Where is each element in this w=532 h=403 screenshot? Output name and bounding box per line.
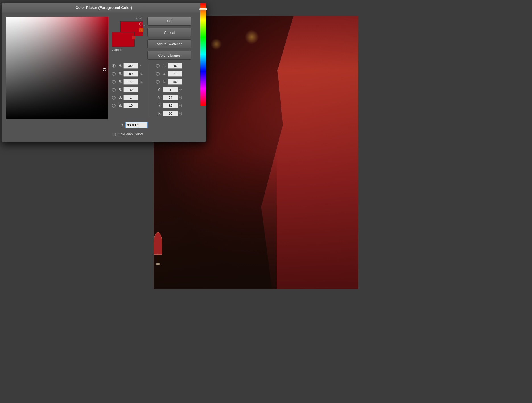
saturation-row: S: % <box>112 71 144 77</box>
blue-radio[interactable] <box>112 104 116 108</box>
k-unit: % <box>179 112 184 115</box>
spectrum-gradient[interactable] <box>6 17 108 119</box>
y-unit: % <box>179 104 184 107</box>
blue-label: B: <box>117 104 122 108</box>
new-label: new <box>136 17 143 20</box>
b-lab-row: b: <box>156 79 184 85</box>
k-label: K: <box>156 112 162 116</box>
a-row: a: <box>156 71 184 77</box>
y-label: Y: <box>156 104 162 108</box>
y-row: Y: % <box>156 102 184 109</box>
hex-row: # <box>112 120 202 129</box>
m-input[interactable] <box>163 95 178 100</box>
hex-label: # <box>122 123 124 127</box>
c-row: C: % <box>156 87 184 93</box>
gamut-alert-icon: ! <box>139 28 143 32</box>
add-to-swatches-button[interactable]: Add to Swatches <box>147 39 191 48</box>
dining-elements <box>154 152 277 289</box>
buttons-column: OK Cancel Add to Swatches Color Librarie… <box>147 17 193 60</box>
l-row: L: <box>156 63 184 69</box>
g-label: G: <box>117 96 122 100</box>
wine-glass-4 <box>154 232 162 266</box>
m-label: M: <box>156 96 162 100</box>
g-input[interactable] <box>123 95 138 100</box>
hue-indicator <box>199 8 207 10</box>
swatch-stack: ⬡ ! <box>112 21 143 47</box>
web-colors-label[interactable]: Only Web Colors <box>118 132 143 136</box>
hue-slider[interactable] <box>200 3 206 106</box>
hex-input[interactable] <box>125 122 148 128</box>
green-row: G: <box>112 94 144 101</box>
swatch-side-icons: ⬡ ! <box>139 22 144 32</box>
swatch-small-indicator <box>132 36 136 39</box>
brightness-radio[interactable] <box>112 80 116 84</box>
inputs-divider <box>150 63 150 117</box>
l-input[interactable] <box>168 63 182 69</box>
color-picker-dialog: Color Picker (Foreground Color) <box>1 3 206 142</box>
web-colors-checkbox[interactable] <box>112 133 116 136</box>
dialog-title: Color Picker (Foreground Color) <box>2 3 206 12</box>
a-label: a: <box>161 72 166 76</box>
b-label: B: <box>117 80 122 84</box>
r-input[interactable] <box>123 87 138 92</box>
b-unit: % <box>140 80 144 83</box>
left-panel <box>6 17 108 138</box>
red-row: R: <box>112 87 144 93</box>
b-input[interactable] <box>123 79 138 85</box>
k-row: K: % <box>156 110 184 117</box>
k-input[interactable] <box>163 111 178 116</box>
color-inputs: H: ° S: % B: <box>112 61 202 118</box>
b-lab-radio[interactable] <box>156 80 160 84</box>
c-label: C: <box>156 88 162 92</box>
m-row: M: % <box>156 94 184 101</box>
l-label: L: <box>161 64 166 68</box>
h-label: H: <box>117 64 122 68</box>
green-radio[interactable] <box>112 96 116 100</box>
y-input[interactable] <box>163 103 178 108</box>
b-lab-input[interactable] <box>168 79 182 85</box>
s-label: S: <box>117 72 122 76</box>
s-input[interactable] <box>123 71 138 77</box>
swatch-current[interactable] <box>112 32 135 47</box>
ok-button[interactable]: OK <box>147 17 191 26</box>
red-radio[interactable] <box>112 88 116 92</box>
spectrum-black-overlay <box>6 17 108 119</box>
hue-radio[interactable] <box>112 64 116 68</box>
h-input[interactable] <box>123 63 138 69</box>
saturation-radio[interactable] <box>112 72 116 76</box>
color-preview-block: new ⬡ ! current <box>112 17 143 51</box>
hsb-rgb-column: H: ° S: % B: <box>112 63 144 117</box>
dialog-body: new ⬡ ! current OK <box>2 12 206 142</box>
c-input[interactable] <box>163 87 178 92</box>
right-panel: new ⬡ ! current OK <box>112 17 202 138</box>
brightness-row: B: % <box>112 79 144 85</box>
lab-cmyk-column: L: a: b: <box>156 63 184 117</box>
hue-row: H: ° <box>112 63 144 69</box>
a-input[interactable] <box>168 71 182 77</box>
c-unit: % <box>179 88 184 91</box>
hue-slider-container <box>200 3 206 106</box>
blue-input[interactable] <box>123 103 138 108</box>
b-lab-label: b: <box>161 80 166 84</box>
color-preview-and-buttons: new ⬡ ! current OK <box>112 17 202 60</box>
web-colors-row: Only Web Colors <box>112 131 202 138</box>
l-radio[interactable] <box>156 64 160 68</box>
m-unit: % <box>179 96 184 99</box>
s-unit: % <box>140 72 144 75</box>
blue-row: B: <box>112 102 144 109</box>
current-label: current <box>112 48 121 51</box>
r-label: R: <box>117 88 122 92</box>
cancel-button[interactable]: Cancel <box>147 28 191 37</box>
color-libraries-button[interactable]: Color Libraries <box>147 51 191 60</box>
h-unit: ° <box>140 64 144 67</box>
a-radio[interactable] <box>156 72 160 76</box>
web-cube-icon: ⬡ <box>139 22 144 26</box>
